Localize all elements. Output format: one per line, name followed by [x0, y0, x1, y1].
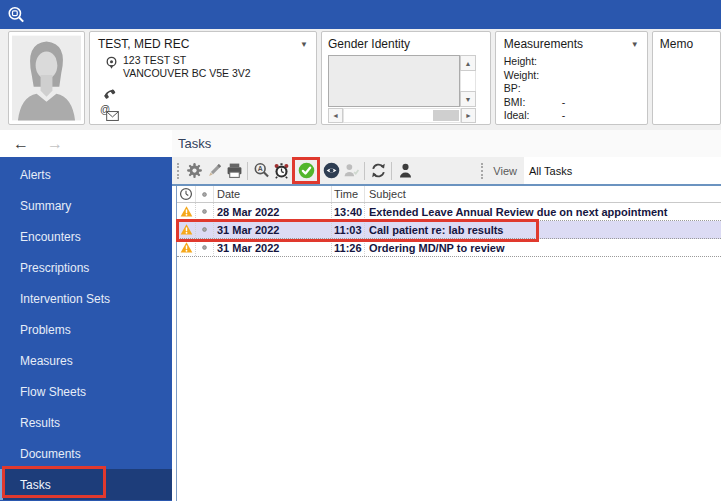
hscroll-thumb[interactable] — [433, 110, 459, 121]
task-date: 31 Mar 2022 — [214, 239, 332, 256]
address-line1: 123 TEST ST — [123, 54, 251, 67]
sidebar: ← → Alerts Summary Encounters Prescripti… — [0, 130, 172, 501]
edit-pencil-icon[interactable] — [204, 160, 224, 182]
scroll-right-icon[interactable]: ► — [461, 108, 476, 123]
gender-identity-title: Gender Identity — [328, 37, 484, 51]
sidebar-item-summary[interactable]: Summary — [0, 190, 172, 221]
patient-search-icon[interactable] — [7, 6, 25, 24]
nav-forward-icon[interactable]: → — [47, 135, 63, 153]
gender-identity-panel: Gender Identity ▲ ▼ ◄ ► — [321, 31, 491, 125]
measure-row: Height: — [504, 55, 639, 69]
clock-icon — [179, 187, 193, 201]
chevron-down-icon[interactable]: ▼ — [631, 40, 639, 49]
address-line2: VANCOUVER BC V5E 3V2 — [123, 67, 251, 80]
gender-identity-vscrollbar[interactable]: ▲ ▼ — [460, 55, 476, 107]
dot-icon — [200, 243, 209, 252]
task-time: 13:40 — [332, 203, 365, 220]
priority-column-header[interactable] — [196, 186, 214, 202]
title-bar — [0, 0, 721, 29]
sidebar-item-encounters[interactable]: Encounters — [0, 221, 172, 252]
patient-photo — [8, 31, 85, 125]
email-envelope-icon — [106, 111, 119, 121]
memo-panel: Memo — [652, 31, 721, 125]
sidebar-item-documents[interactable]: Documents — [0, 438, 172, 469]
toolbar-separator — [247, 162, 248, 180]
measure-row: Ideal:- — [504, 109, 639, 123]
chevron-down-icon[interactable]: ▼ — [300, 40, 308, 49]
phone-icon — [102, 86, 116, 100]
gender-identity-textarea[interactable] — [328, 55, 460, 107]
task-time: 11:26 — [332, 239, 365, 256]
measure-row: BP: — [504, 82, 639, 96]
task-subject: Call patient re: lab results — [365, 221, 721, 238]
measure-row: Weight: — [504, 69, 639, 83]
dot-icon — [200, 190, 209, 199]
time-column-header[interactable]: Time — [332, 186, 365, 202]
patient-name: TEST, MED REC — [98, 37, 189, 51]
location-pin-icon — [104, 55, 119, 72]
task-date: 28 Mar 2022 — [214, 203, 332, 220]
tasks-toolbar: A — [172, 157, 721, 186]
svg-text:A: A — [257, 165, 262, 172]
patient-demographics-card: TEST, MED REC ▼ 123 TEST ST VANCOUVER BC… — [89, 31, 317, 125]
view-task-eye-icon[interactable] — [321, 160, 341, 182]
gender-identity-hscrollbar[interactable]: ◄ ► — [328, 108, 476, 123]
subject-column-header[interactable]: Subject — [365, 186, 721, 202]
avatar — [12, 35, 81, 121]
measure-row: BMI:- — [504, 96, 639, 110]
sidebar-item-intervention-sets[interactable]: Intervention Sets — [0, 283, 172, 314]
refresh-icon[interactable] — [368, 160, 388, 182]
annotation-box-complete-task — [292, 157, 320, 184]
toolbar-separator — [391, 162, 392, 180]
warning-icon — [180, 241, 193, 254]
measurements-title: Measurements — [504, 37, 583, 51]
task-time: 11:03 — [332, 221, 365, 238]
toolbar-separator — [364, 162, 365, 180]
sidebar-item-problems[interactable]: Problems — [0, 314, 172, 345]
sidebar-item-tasks[interactable]: Tasks — [0, 469, 172, 500]
task-subject: Extended Leave Annual Review due on next… — [365, 203, 721, 220]
page-title: Tasks — [178, 136, 211, 151]
table-header-row: Date Time Subject — [177, 186, 721, 203]
sidebar-item-results[interactable]: Results — [0, 407, 172, 438]
task-owner-person-icon[interactable] — [395, 160, 415, 182]
task-date: 31 Mar 2022 — [214, 221, 332, 238]
reminder-alarm-icon[interactable] — [271, 160, 291, 182]
warning-icon — [180, 205, 193, 218]
reassign-person-check-icon[interactable] — [341, 160, 361, 182]
sidebar-item-measures[interactable]: Measures — [0, 345, 172, 376]
task-row-selected[interactable]: 31 Mar 2022 11:03 Call patient re: lab r… — [177, 221, 721, 239]
complete-task-check-icon[interactable] — [298, 162, 315, 179]
task-subject: Ordering MD/NP to review — [365, 239, 721, 256]
view-toolbar-grip[interactable] — [481, 163, 483, 179]
task-row[interactable]: 28 Mar 2022 13:40 Extended Leave Annual … — [177, 203, 721, 221]
memo-title: Memo — [660, 37, 713, 51]
annotation-box-tasks — [2, 466, 106, 498]
dot-icon — [200, 225, 209, 234]
scroll-down-icon[interactable]: ▼ — [460, 91, 476, 107]
settings-gear-icon[interactable] — [184, 160, 204, 182]
warning-icon — [180, 223, 193, 236]
scroll-left-icon[interactable]: ◄ — [328, 108, 343, 123]
status-column-header[interactable] — [177, 186, 196, 202]
view-dropdown[interactable]: All Tasks — [524, 157, 721, 184]
date-column-header[interactable]: Date — [214, 186, 332, 202]
task-row[interactable]: 31 Mar 2022 11:26 Ordering MD/NP to revi… — [177, 239, 721, 257]
nav-back-icon[interactable]: ← — [13, 135, 29, 153]
sidebar-item-flow-sheets[interactable]: Flow Sheets — [0, 376, 172, 407]
search-tasks-icon[interactable]: A — [251, 160, 271, 182]
sidebar-item-alerts[interactable]: Alerts — [0, 159, 172, 190]
dot-icon — [200, 207, 209, 216]
tasks-table: Date Time Subject 28 Mar 2022 — [176, 186, 721, 501]
scroll-up-icon[interactable]: ▲ — [460, 55, 476, 71]
measurements-panel: Measurements ▼ Height: Weight: BP: BMI:-… — [495, 31, 648, 125]
patient-header: TEST, MED REC ▼ 123 TEST ST VANCOUVER BC… — [0, 29, 721, 130]
toolbar-grip[interactable] — [177, 163, 179, 179]
print-icon[interactable] — [224, 160, 244, 182]
view-label: View — [493, 165, 517, 177]
sidebar-item-prescriptions[interactable]: Prescriptions — [0, 252, 172, 283]
